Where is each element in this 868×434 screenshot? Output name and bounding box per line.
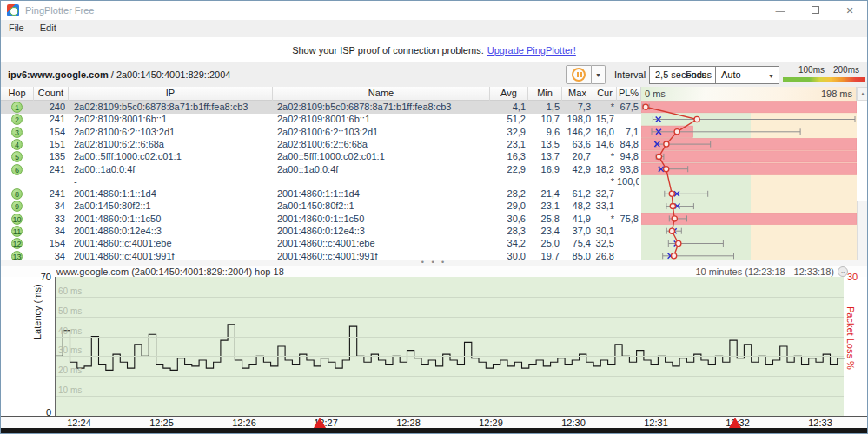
ip-cell: 2a00::1a0:0:4f [74,164,270,174]
trace-mini-graph[interactable] [641,101,857,260]
ip-cell: 2a02:8100:6:2::103:2d1 [74,127,270,137]
count-cell: 241 [34,188,65,199]
hop-row[interactable]: 51352a00::5fff:1000:c02:c01:12a00::5fff:… [1,150,641,163]
avg-cell: 28,2 [490,188,526,199]
upgrade-link[interactable]: Upgrade PingPlotter! [487,45,576,56]
avg-cell: 16,3 [490,151,526,161]
hop-row[interactable]: 22412a02:8109:8001:6b::12a02:8109:8001:6… [1,113,641,126]
graph-range-label: 10 minutes (12:23:18 - 12:33:18) [695,266,834,277]
avg-cell: 28,3 [490,226,526,236]
cur-cell: 15,7 [593,114,614,124]
pingplotter-window: PingPlotter Free — ✕ FileEdit Show your … [0,0,868,434]
column-header-count[interactable]: Count [34,87,69,101]
pause-button[interactable] [566,65,592,84]
cur-cell: * [593,151,614,161]
table-scrollbar[interactable]: ▼ [857,201,868,260]
count-cell: 151 [34,139,65,149]
cur-cell: 26,8 [593,251,614,260]
maximize-icon [812,6,819,14]
hop-row[interactable]: 9342a00:1450:80f2::12a00:1450:80f2::129,… [1,200,641,213]
focus-label: Focus [686,69,712,80]
min-cell: 19,7 [528,251,560,260]
min-cell: 10,7 [528,114,560,124]
graph-title: www.google.com (2a00:1450:4001:829::2004… [56,266,284,277]
y2axis-max-label: 30 [847,272,858,282]
ip-cell: 2001:4860:0:1::1c50 [74,214,270,224]
target-bar: ipv6:www.google.com / 2a00:1450:4001:829… [1,62,867,87]
avg-cell: 30,0 [490,251,526,260]
hop-badge: 11 [11,226,23,237]
max-cell: 63,6 [562,139,591,149]
packet-loss-marker-icon[interactable] [729,418,741,428]
min-cell: 13,5 [528,139,560,149]
cur-cell: 33,1 [593,201,614,211]
time-tick: 12:31 [644,418,668,428]
hop-row[interactable]: 31542a02:8100:6:2::103:2d12a02:8100:6:2:… [1,126,641,139]
hop-row[interactable]: 82412001:4860:1:1::1d42001:4860:1:1::1d4… [1,187,641,201]
name-cell: 2a02:8100:6:2::6:68a [277,139,487,149]
name-cell: 2001:4860:0:1::1c50 [277,214,487,224]
column-header-min[interactable]: Min [528,87,562,101]
count-cell: 241 [34,114,65,124]
time-tick: 12:26 [232,418,256,428]
hop-row[interactable]: 13342001:4860::c:4001:991f2001:4860::c:4… [1,250,641,260]
name-cell: 2001:4860::c:4001:ebe [277,238,487,248]
hop-row[interactable]: 62412a00::1a0:0:4f2a00::1a0:0:4f22,916,9… [1,163,641,176]
column-header-ip[interactable]: IP [69,87,273,101]
column-header-name[interactable]: Name [273,87,490,101]
avg-cell: 29,0 [490,201,526,211]
minimize-button[interactable]: — [763,1,798,20]
column-header-avg[interactable]: Avg [490,87,528,101]
hop-row[interactable]: 12402a02:8109:b5c0:6878:8a71:b1ff:fea8:c… [1,101,641,114]
chevron-down-icon: ▼ [768,73,774,79]
hop-row[interactable]: 10332001:4860:0:1::1c502001:4860:0:1::1c… [1,213,641,226]
count-cell: 34 [34,251,65,260]
scroll-up-button[interactable]: ▲ [857,87,868,101]
column-header-pl[interactable]: PL% [617,87,641,101]
ip-cell: 2001:4860::c:4001:ebe [74,238,270,248]
max-cell: 37,0 [562,226,591,236]
name-cell: 2a02:8109:b5c0:6878:8a71:b1ff:fea8:cb3 [277,102,487,112]
hop-row[interactable]: 121542001:4860::c:4001:ebe2001:4860::c:4… [1,237,641,250]
close-button[interactable]: ✕ [832,1,867,20]
pause-dropdown-button[interactable]: ▼ [592,65,606,84]
hop-badge: 4 [11,139,23,150]
bottom-strip [1,428,867,434]
target-ip: / 2a00:1450:4001:829::2004 [109,69,231,80]
pl-cell: 67,5 [617,102,639,112]
hop-row[interactable]: 41512a02:8100:6:2::6:68a2a02:8100:6:2::6… [1,138,641,151]
menu-file[interactable]: File [1,20,32,36]
column-header-max[interactable]: Max [562,87,593,101]
min-cell: 23,4 [528,226,560,236]
pl-cell: 84,8 [617,139,639,149]
table-header: 0 ms 198 ms ▲ HopCountIPNameAvgMinMaxCur… [1,87,867,101]
latency-timeline-plot[interactable]: 60 ms50 ms40 ms30 ms20 ms10 ms [55,277,844,416]
time-axis: 12:2412:2512:2612:2712:2812:2912:3012:31… [1,416,867,428]
column-header-cur[interactable]: Cur [593,87,617,101]
legend-100ms: 100ms [798,65,825,75]
min-cell: 1,5 [528,102,560,112]
graph-title-row: www.google.com (2a00:1450:4001:829::2004… [1,266,867,277]
hop-row[interactable]: -*100,0 [1,175,641,188]
ip-cell: 2001:4860:0:12e4::3 [74,226,270,236]
target-address[interactable]: ipv6:www.google.com / 2a00:1450:4001:829… [8,69,230,80]
cur-cell: 14,6 [593,139,614,149]
yaxis-max-label: 70 [36,272,51,282]
hop-table: 12402a02:8109:b5c0:6878:8a71:b1ff:fea8:c… [1,101,868,260]
column-header-hop[interactable]: Hop [1,87,34,101]
ip-cell: 2a00::5fff:1000:c02:c01:1 [74,151,270,161]
cur-cell: 32,5 [593,238,614,248]
menu-edit[interactable]: Edit [32,20,64,36]
gridline [56,297,844,298]
hop-badge: 1 [11,102,23,113]
focus-select[interactable]: Auto▼ [715,66,779,84]
max-cell: 85,0 [562,251,591,260]
gridline-label: 60 ms [58,286,82,296]
gridline-label: 40 ms [58,326,82,336]
hop-badge: 6 [11,164,23,175]
maximize-button[interactable] [798,1,832,20]
hop-badge: 3 [11,127,23,138]
pane-splitter[interactable]: • • • [1,260,867,266]
packet-loss-marker-icon[interactable] [314,418,326,428]
hop-row[interactable]: 11342001:4860:0:12e4::32001:4860:0:12e4:… [1,225,641,238]
